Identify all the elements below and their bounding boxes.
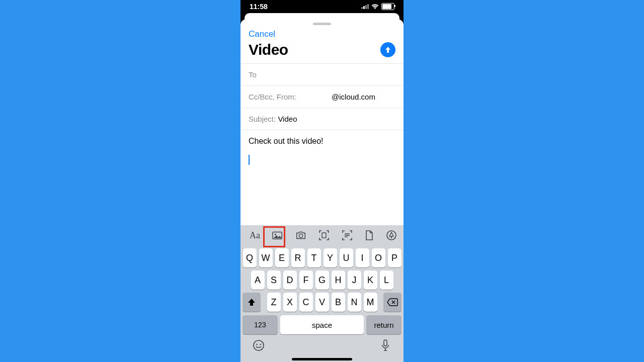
send-button[interactable]	[380, 42, 395, 57]
key-x[interactable]: X	[283, 293, 297, 312]
scan-document-icon[interactable]	[318, 230, 330, 241]
attach-file-icon[interactable]	[365, 230, 374, 241]
to-label: To	[249, 70, 257, 79]
title-row: Video	[240, 41, 404, 63]
delete-icon	[387, 298, 398, 306]
ccbcc-label: Cc/Bcc, From:	[249, 93, 296, 101]
keyboard-toolbar: Aa	[240, 225, 404, 245]
key-t[interactable]: T	[307, 248, 321, 267]
key-z[interactable]: Z	[267, 293, 281, 312]
markup-icon[interactable]	[386, 230, 397, 241]
svg-rect-5	[391, 237, 392, 238]
key-v[interactable]: V	[315, 293, 329, 312]
key-n[interactable]: N	[348, 293, 361, 312]
photo-library-icon[interactable]	[272, 230, 283, 241]
key-e[interactable]: E	[275, 248, 289, 267]
numbers-key[interactable]: 123	[243, 315, 278, 334]
key-j[interactable]: J	[348, 270, 361, 290]
key-h[interactable]: H	[332, 270, 345, 290]
status-bar: 11:58	[240, 0, 404, 13]
keyboard-row-2: ASDFGHJKL	[240, 270, 404, 290]
keyboard-row-1: QWERTYUIOP	[240, 248, 404, 267]
emoji-key[interactable]	[253, 339, 265, 351]
phone-frame: 11:58 Cancel Video	[240, 0, 404, 362]
svg-point-2	[299, 234, 302, 237]
status-right	[361, 3, 394, 10]
shift-key[interactable]	[243, 293, 261, 312]
text-format-icon[interactable]: Aa	[250, 230, 260, 241]
wifi-icon	[371, 4, 379, 10]
text-cursor	[249, 155, 250, 165]
mic-icon	[381, 339, 389, 351]
sheet-backdrop: Cancel Video To Cc/Bcc, From: @icloud.co…	[240, 13, 404, 362]
status-time: 11:58	[250, 3, 268, 11]
key-b[interactable]: B	[332, 293, 345, 312]
cancel-button[interactable]: Cancel	[240, 25, 404, 41]
ccbcc-field[interactable]: Cc/Bcc, From: @icloud.com	[240, 85, 404, 108]
key-i[interactable]: I	[356, 248, 369, 267]
subject-value: Video	[278, 115, 297, 123]
cellular-icon	[361, 4, 369, 9]
key-c[interactable]: C	[299, 293, 313, 312]
key-o[interactable]: O	[372, 248, 385, 267]
key-f[interactable]: F	[299, 270, 313, 290]
keyboard-row-3: ZXCVBNM	[240, 293, 404, 312]
arrow-up-icon	[384, 46, 392, 54]
camera-icon[interactable]	[295, 230, 306, 241]
scan-text-icon[interactable]	[342, 230, 353, 241]
svg-point-7	[256, 344, 258, 345]
battery-icon	[381, 3, 394, 10]
from-value: @icloud.com	[332, 93, 375, 101]
key-k[interactable]: K	[364, 270, 377, 290]
body-text: Check out this video!	[249, 137, 395, 146]
dictation-key[interactable]	[379, 339, 391, 351]
key-s[interactable]: S	[267, 270, 281, 290]
to-field[interactable]: To	[240, 63, 404, 85]
space-key[interactable]: space	[280, 315, 364, 334]
svg-point-6	[254, 340, 264, 350]
emoji-icon	[253, 339, 265, 351]
svg-rect-9	[384, 340, 387, 346]
key-a[interactable]: A	[251, 270, 265, 290]
subject-field[interactable]: Subject: Video	[240, 108, 404, 130]
svg-point-1	[275, 234, 276, 235]
background: 11:58 Cancel Video	[0, 0, 644, 362]
return-key[interactable]: return	[366, 315, 401, 334]
keyboard-row-4: 123 space return	[240, 315, 404, 334]
subject-label: Subject:	[249, 115, 276, 123]
key-p[interactable]: P	[388, 248, 401, 267]
key-w[interactable]: W	[259, 248, 273, 267]
key-l[interactable]: L	[380, 270, 393, 290]
shift-icon	[247, 298, 256, 307]
compose-sheet: Cancel Video To Cc/Bcc, From: @icloud.co…	[240, 19, 404, 362]
key-u[interactable]: U	[340, 248, 353, 267]
delete-key[interactable]	[383, 293, 401, 312]
key-q[interactable]: Q	[243, 248, 257, 267]
svg-rect-3	[322, 233, 326, 238]
keyboard: Aa	[240, 225, 404, 362]
key-r[interactable]: R	[291, 248, 305, 267]
keyboard-bottom	[240, 334, 404, 356]
key-y[interactable]: Y	[324, 248, 337, 267]
svg-point-8	[260, 344, 261, 345]
key-d[interactable]: D	[283, 270, 297, 290]
key-g[interactable]: G	[315, 270, 329, 290]
home-indicator[interactable]	[292, 358, 352, 360]
key-m[interactable]: M	[364, 293, 377, 312]
compose-title: Video	[249, 41, 288, 58]
